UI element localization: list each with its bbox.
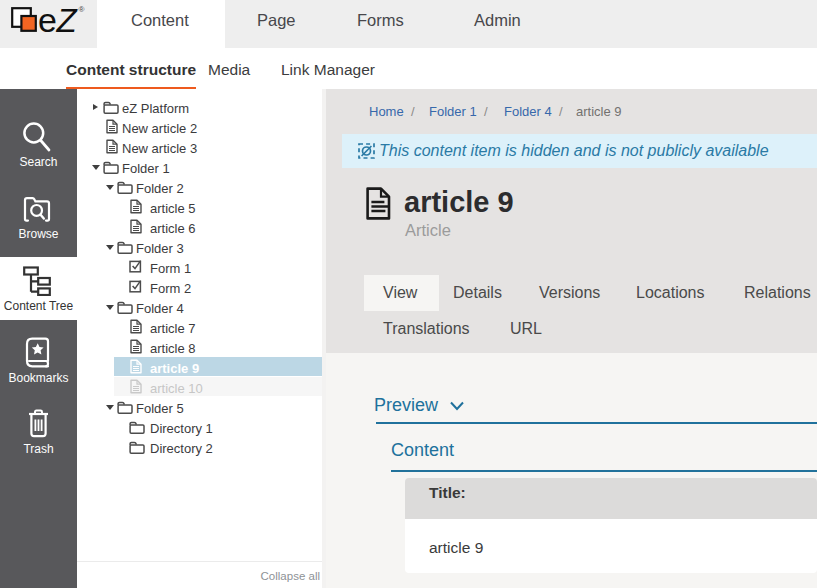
svg-text:®: ® — [79, 5, 85, 14]
svg-text:Z: Z — [56, 5, 79, 39]
svg-text:e: e — [38, 5, 57, 39]
